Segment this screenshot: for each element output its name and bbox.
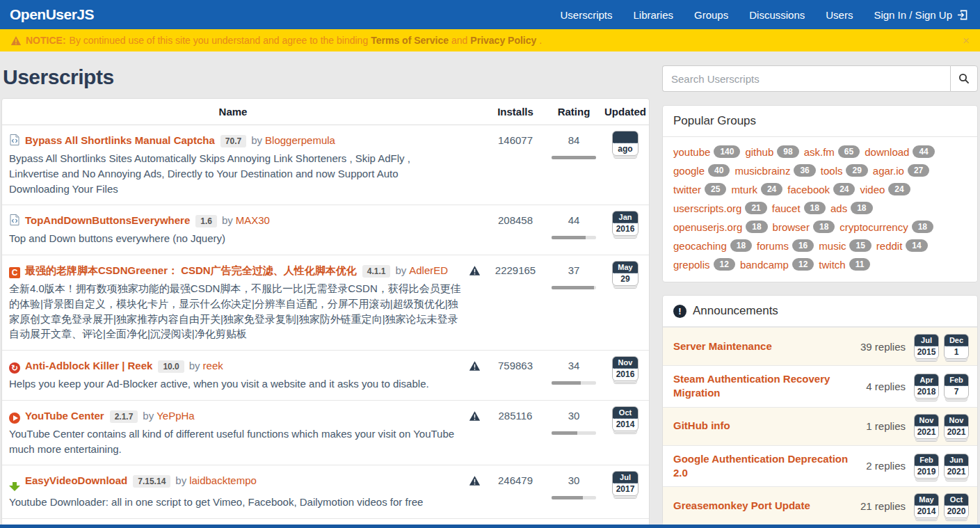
group-link[interactable]: cryptocurrency (840, 221, 908, 233)
rating-bar (552, 431, 596, 435)
table-header-row: Name Installs Rating Updated (2, 99, 649, 125)
updated-calendar-icon: Jan 2016 (612, 211, 638, 236)
search-box (662, 65, 978, 92)
author-link[interactable]: reek (203, 360, 223, 371)
search-input[interactable] (662, 65, 950, 92)
nav-link[interactable]: Groups (684, 9, 739, 21)
group-count-badge: 16 (792, 239, 814, 252)
group-link[interactable]: google (673, 165, 705, 177)
column-header-updated[interactable]: Updated (602, 106, 649, 118)
nav-link[interactable]: Users (815, 9, 863, 21)
download-arrow-icon: C ↻ (9, 481, 20, 493)
announcement-replies: 1 replies (866, 420, 906, 432)
group-count-badge: 21 (745, 202, 766, 214)
group-link[interactable]: browser (773, 221, 810, 233)
group-link[interactable]: faucet (772, 202, 801, 214)
group-link[interactable]: facebook (787, 184, 830, 195)
sidebar: Popular Groups youtube 140 github 98 ask… (662, 51, 979, 528)
group-item: forums 16 (757, 239, 814, 252)
main-column: Userscripts Name Installs Rating Updated… (1, 51, 650, 528)
brand-logo[interactable]: OpenUserJS (10, 6, 94, 23)
group-item: grepolis 12 (673, 258, 735, 271)
warning-flag-icon (469, 475, 481, 486)
close-icon[interactable]: × (963, 35, 970, 47)
nav-link[interactable]: Discussions (739, 9, 815, 21)
script-title-link[interactable]: 最强的老牌脚本CSDNGreener： CSDN广告完全过滤、人性化脚本优化 (25, 264, 357, 276)
group-link[interactable]: mturk (731, 184, 757, 195)
group-count-badge: 14 (906, 239, 927, 252)
version-badge: 70.7 (220, 135, 246, 147)
updated-calendar-icon: Dec 1 (944, 334, 969, 359)
group-link[interactable]: youtube (673, 146, 710, 158)
script-title-link[interactable]: TopAndDownButtonsEverywhere (25, 214, 190, 226)
script-title-link[interactable]: Bypass All Shortlinks Manual Captcha (25, 134, 215, 146)
group-link[interactable]: forums (757, 240, 789, 252)
script-name-cell: C ↻ Anti-Adblock Killer | Reek10.0byreek… (2, 351, 464, 400)
author-link[interactable]: MAX30 (236, 214, 270, 226)
popular-groups-panel: Popular Groups youtube 140 github 98 ask… (662, 105, 978, 282)
privacy-policy-link[interactable]: Privacy Policy (470, 35, 536, 46)
group-item: agar.io 27 (873, 164, 929, 177)
group-link[interactable]: grepolis (673, 259, 710, 271)
group-link[interactable]: ads (830, 202, 847, 214)
group-link[interactable]: userscripts.org (673, 202, 741, 214)
nav-link[interactable]: Libraries (622, 9, 684, 21)
group-link[interactable]: agar.io (873, 165, 904, 177)
created-calendar-icon: Nov 2021 (914, 414, 939, 439)
group-count-badge: 18 (804, 202, 826, 214)
notice-bar: NOTICE: By continued use of this site yo… (0, 29, 980, 51)
group-item: cryptocurrency 18 (840, 221, 933, 233)
script-name-cell: C ↻ 最强的老牌脚本CSDNGreener： CSDN广告完全过滤、人性化脚本… (2, 255, 464, 350)
announcement-link[interactable]: GitHub info (673, 419, 858, 433)
file-code-icon: C ↻ (9, 214, 20, 225)
terms-of-service-link[interactable]: Terms of Service (371, 35, 449, 46)
group-link[interactable]: twitch (819, 259, 845, 271)
announcement-link[interactable]: Steam Authentication Recovery Migration (673, 372, 858, 401)
group-link[interactable]: tools (821, 165, 843, 177)
group-count-badge: 24 (888, 183, 910, 195)
group-link[interactable]: bandcamp (740, 259, 789, 271)
group-item: ads 18 (830, 202, 873, 214)
rating-cell: 30 (546, 401, 602, 435)
group-link[interactable]: github (745, 146, 773, 158)
footer-strip (0, 525, 980, 528)
search-button[interactable] (950, 65, 978, 92)
announcement-dates: Apr 2018 Feb 7 (914, 374, 969, 399)
group-link[interactable]: video (860, 184, 885, 195)
rating-cell: 37 (546, 255, 602, 289)
column-header-installs[interactable]: Installs (485, 106, 546, 118)
group-link[interactable]: geocaching (673, 240, 727, 252)
group-item: reddit 14 (876, 239, 928, 252)
group-link[interactable]: ask.fm (804, 146, 835, 158)
signin-link[interactable]: Sign In / Sign Up (863, 9, 970, 21)
flag-cell (464, 205, 485, 229)
group-link[interactable]: twitter (673, 184, 701, 195)
author-link[interactable]: AdlerED (409, 264, 448, 276)
announcement-link[interactable]: Server Maintenance (673, 339, 852, 353)
group-item: download 44 (865, 145, 935, 158)
signin-label: Sign In / Sign Up (874, 9, 952, 21)
script-title-link[interactable]: Anti-Adblock Killer | Reek (25, 360, 152, 371)
nav-link[interactable]: Userscripts (549, 9, 622, 21)
author-link[interactable]: YePpHa (156, 410, 195, 422)
group-link[interactable]: openuserjs.org (673, 221, 742, 233)
script-title-link[interactable]: EasyVideoDownload (25, 474, 127, 486)
script-title-link[interactable]: YouTube Center (25, 410, 104, 422)
rating-value: 84 (546, 134, 602, 146)
group-link[interactable]: download (865, 146, 909, 158)
group-count-badge: 65 (838, 145, 860, 158)
adblock-icon: C ↻ (9, 362, 20, 374)
author-link[interactable]: Bloggerpemula (265, 134, 335, 146)
group-link[interactable]: musicbrainz (734, 165, 790, 177)
updated-calendar-icon: May 29 (612, 261, 638, 286)
group-link[interactable]: music (819, 240, 846, 252)
csdn-icon: C ↻ (9, 267, 20, 278)
announcement-link[interactable]: Greasemonkey Port Update (673, 499, 852, 513)
flag-cell (464, 465, 485, 489)
author-link[interactable]: laidbacktempo (189, 474, 257, 486)
group-link[interactable]: reddit (876, 240, 903, 252)
announcement-link[interactable]: Google Authentication Deprecation 2.0 (673, 452, 858, 481)
column-header-rating[interactable]: Rating (546, 106, 602, 118)
column-header-name[interactable]: Name (2, 106, 464, 118)
table-row: C ↻ 最强的老牌脚本CSDNGreener： CSDN广告完全过滤、人性化脚本… (2, 255, 649, 350)
